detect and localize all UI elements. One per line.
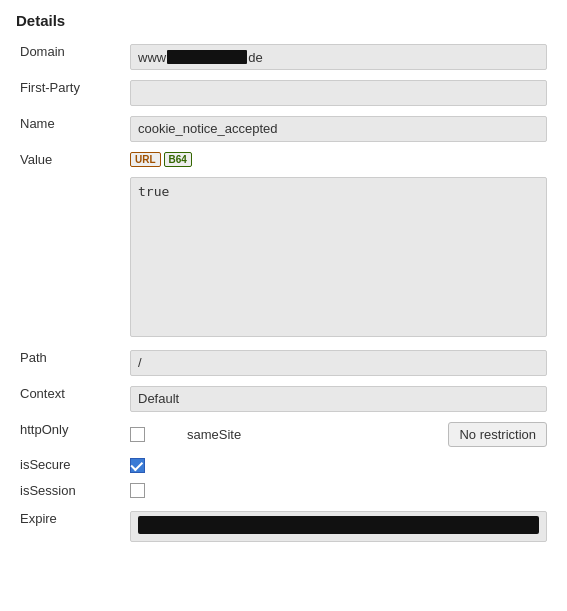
value-label: Value xyxy=(16,147,126,172)
issecure-label: isSecure xyxy=(16,452,126,478)
domain-field-cell: www de xyxy=(126,39,551,75)
context-field-cell: Default xyxy=(126,381,551,417)
domain-field: www de xyxy=(130,44,547,70)
issecure-checkbox[interactable] xyxy=(130,458,145,473)
expire-field[interactable] xyxy=(130,511,547,542)
firstparty-field[interactable] xyxy=(130,80,547,106)
issession-field-cell xyxy=(126,478,551,506)
name-field[interactable]: cookie_notice_accepted xyxy=(130,116,547,142)
path-field[interactable]: / xyxy=(130,350,547,376)
firstparty-field-cell xyxy=(126,75,551,111)
value-tags-cell: URL B64 xyxy=(126,147,551,172)
page-title: Details xyxy=(16,12,551,29)
name-label: Name xyxy=(16,111,126,147)
domain-label: Domain xyxy=(16,39,126,75)
firstparty-label: First-Party xyxy=(16,75,126,111)
value-field-cell: true xyxy=(126,172,551,345)
issession-label: isSession xyxy=(16,478,126,506)
no-restriction-button[interactable]: No restriction xyxy=(448,422,547,447)
value-field[interactable]: true xyxy=(130,177,547,337)
b64-tag-button[interactable]: B64 xyxy=(164,152,192,167)
domain-prefix: www xyxy=(138,50,166,65)
path-field-cell: / xyxy=(126,345,551,381)
value-label-spacer xyxy=(16,172,126,345)
context-field[interactable]: Default xyxy=(130,386,547,412)
httponly-samesite-cell: sameSite No restriction xyxy=(126,417,551,452)
context-label: Context xyxy=(16,381,126,417)
name-field-cell: cookie_notice_accepted xyxy=(126,111,551,147)
url-tag-button[interactable]: URL xyxy=(130,152,161,167)
issession-checkbox[interactable] xyxy=(130,483,145,498)
path-label: Path xyxy=(16,345,126,381)
domain-suffix: de xyxy=(248,50,262,65)
issecure-field-cell xyxy=(126,452,551,478)
expire-field-cell xyxy=(126,506,551,547)
domain-redacted xyxy=(167,50,247,64)
httponly-checkbox[interactable] xyxy=(130,427,145,442)
expire-redacted xyxy=(138,516,539,534)
httponly-label: httpOnly xyxy=(16,417,126,452)
samesite-label: sameSite xyxy=(187,427,241,442)
expire-label: Expire xyxy=(16,506,126,547)
